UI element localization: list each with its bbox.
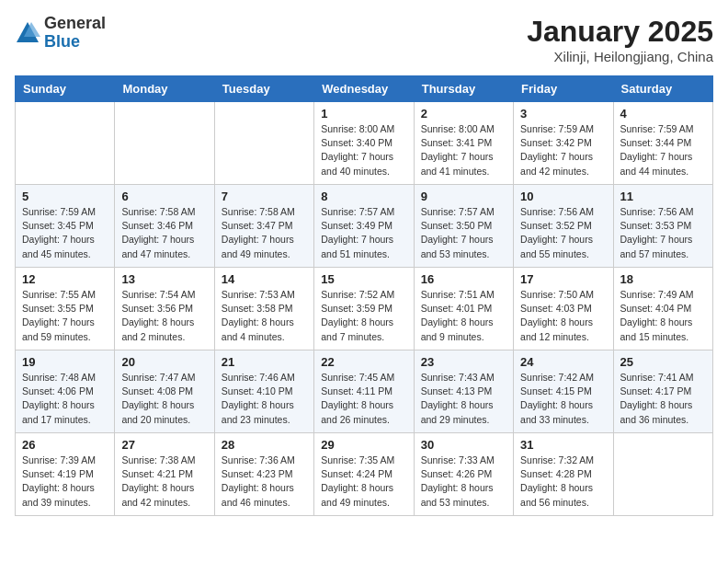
- day-number: 27: [121, 438, 207, 452]
- calendar-week-row: 19Sunrise: 7:48 AM Sunset: 4:06 PM Dayli…: [16, 350, 713, 433]
- column-header-sunday: Sunday: [16, 76, 115, 102]
- calendar-cell: 25Sunrise: 7:41 AM Sunset: 4:17 PM Dayli…: [613, 350, 712, 433]
- calendar-header-row: SundayMondayTuesdayWednesdayThursdayFrid…: [16, 76, 713, 102]
- day-info: Sunrise: 7:42 AM Sunset: 4:15 PM Dayligh…: [520, 371, 606, 427]
- calendar-table: SundayMondayTuesdayWednesdayThursdayFrid…: [15, 75, 713, 516]
- day-info: Sunrise: 7:57 AM Sunset: 3:50 PM Dayligh…: [421, 205, 506, 261]
- day-number: 18: [620, 272, 706, 286]
- day-info: Sunrise: 7:43 AM Sunset: 4:13 PM Dayligh…: [421, 371, 506, 427]
- calendar-cell: [16, 102, 115, 185]
- column-header-monday: Monday: [115, 76, 214, 102]
- column-header-friday: Friday: [514, 76, 613, 102]
- calendar-cell: 27Sunrise: 7:38 AM Sunset: 4:21 PM Dayli…: [115, 433, 214, 516]
- day-info: Sunrise: 7:59 AM Sunset: 3:45 PM Dayligh…: [22, 205, 108, 261]
- day-number: 31: [520, 438, 606, 452]
- day-info: Sunrise: 7:49 AM Sunset: 4:04 PM Dayligh…: [620, 288, 706, 344]
- calendar-cell: 15Sunrise: 7:52 AM Sunset: 3:59 PM Dayli…: [314, 268, 414, 350]
- day-info: Sunrise: 7:54 AM Sunset: 3:56 PM Dayligh…: [121, 288, 207, 344]
- calendar-cell: [115, 102, 214, 185]
- calendar-cell: 13Sunrise: 7:54 AM Sunset: 3:56 PM Dayli…: [115, 268, 214, 350]
- day-number: 13: [121, 272, 207, 286]
- day-number: 29: [321, 438, 406, 452]
- day-info: Sunrise: 7:57 AM Sunset: 3:49 PM Dayligh…: [321, 205, 406, 261]
- calendar-cell: 3Sunrise: 7:59 AM Sunset: 3:42 PM Daylig…: [514, 102, 613, 185]
- calendar-cell: 7Sunrise: 7:58 AM Sunset: 3:47 PM Daylig…: [214, 185, 313, 268]
- day-number: 21: [222, 355, 307, 369]
- day-info: Sunrise: 7:51 AM Sunset: 4:01 PM Dayligh…: [421, 288, 506, 344]
- day-number: 4: [620, 107, 706, 121]
- day-number: 30: [421, 438, 506, 452]
- calendar-cell: 2Sunrise: 8:00 AM Sunset: 3:41 PM Daylig…: [414, 102, 513, 185]
- calendar-cell: 17Sunrise: 7:50 AM Sunset: 4:03 PM Dayli…: [514, 268, 613, 350]
- day-info: Sunrise: 8:00 AM Sunset: 3:40 PM Dayligh…: [321, 122, 406, 178]
- day-info: Sunrise: 7:56 AM Sunset: 3:52 PM Dayligh…: [520, 205, 606, 261]
- calendar-cell: 6Sunrise: 7:58 AM Sunset: 3:46 PM Daylig…: [115, 185, 214, 268]
- day-info: Sunrise: 7:55 AM Sunset: 3:55 PM Dayligh…: [22, 288, 108, 344]
- calendar-cell: 19Sunrise: 7:48 AM Sunset: 4:06 PM Dayli…: [16, 350, 115, 433]
- day-number: 26: [22, 438, 108, 452]
- calendar-cell: 4Sunrise: 7:59 AM Sunset: 3:44 PM Daylig…: [613, 102, 712, 185]
- calendar-cell: 1Sunrise: 8:00 AM Sunset: 3:40 PM Daylig…: [314, 102, 414, 185]
- day-number: 5: [22, 190, 108, 203]
- calendar-cell: 5Sunrise: 7:59 AM Sunset: 3:45 PM Daylig…: [16, 185, 115, 268]
- day-number: 23: [421, 355, 506, 369]
- calendar-cell: 30Sunrise: 7:33 AM Sunset: 4:26 PM Dayli…: [414, 433, 513, 516]
- day-info: Sunrise: 7:38 AM Sunset: 4:21 PM Dayligh…: [121, 454, 207, 510]
- day-number: 25: [620, 355, 706, 369]
- day-info: Sunrise: 7:45 AM Sunset: 4:11 PM Dayligh…: [321, 371, 406, 427]
- calendar-cell: 14Sunrise: 7:53 AM Sunset: 3:58 PM Dayli…: [214, 268, 313, 350]
- day-info: Sunrise: 7:33 AM Sunset: 4:26 PM Dayligh…: [421, 454, 506, 510]
- column-header-wednesday: Wednesday: [314, 76, 414, 102]
- calendar-cell: 22Sunrise: 7:45 AM Sunset: 4:11 PM Dayli…: [314, 350, 414, 433]
- column-header-tuesday: Tuesday: [214, 76, 313, 102]
- calendar-cell: [613, 433, 712, 516]
- day-info: Sunrise: 7:50 AM Sunset: 4:03 PM Dayligh…: [520, 288, 606, 344]
- day-number: 9: [421, 190, 506, 203]
- day-number: 24: [520, 355, 606, 369]
- calendar-cell: 24Sunrise: 7:42 AM Sunset: 4:15 PM Dayli…: [514, 350, 613, 433]
- location-subtitle: Xilinji, Heilongjiang, China: [527, 49, 713, 64]
- day-info: Sunrise: 7:47 AM Sunset: 4:08 PM Dayligh…: [121, 371, 207, 427]
- day-number: 20: [121, 355, 207, 369]
- column-header-saturday: Saturday: [613, 76, 712, 102]
- title-block: January 2025 Xilinji, Heilongjiang, Chin…: [527, 15, 713, 64]
- day-info: Sunrise: 7:58 AM Sunset: 3:47 PM Dayligh…: [222, 205, 307, 261]
- calendar-cell: 20Sunrise: 7:47 AM Sunset: 4:08 PM Dayli…: [115, 350, 214, 433]
- day-number: 2: [421, 107, 506, 121]
- day-info: Sunrise: 7:58 AM Sunset: 3:46 PM Dayligh…: [121, 205, 207, 261]
- day-number: 12: [22, 272, 108, 286]
- calendar-week-row: 26Sunrise: 7:39 AM Sunset: 4:19 PM Dayli…: [16, 433, 713, 516]
- logo-icon: [15, 20, 40, 46]
- day-number: 3: [520, 107, 606, 121]
- day-number: 14: [222, 272, 307, 286]
- column-header-thursday: Thursday: [414, 76, 513, 102]
- logo-general: General: [44, 14, 106, 32]
- day-info: Sunrise: 7:39 AM Sunset: 4:19 PM Dayligh…: [22, 454, 108, 510]
- calendar-week-row: 5Sunrise: 7:59 AM Sunset: 3:45 PM Daylig…: [16, 185, 713, 268]
- calendar-cell: 12Sunrise: 7:55 AM Sunset: 3:55 PM Dayli…: [16, 268, 115, 350]
- month-title: January 2025: [527, 15, 713, 49]
- day-number: 19: [22, 355, 108, 369]
- calendar-cell: 11Sunrise: 7:56 AM Sunset: 3:53 PM Dayli…: [613, 185, 712, 268]
- day-number: 28: [222, 438, 307, 452]
- day-number: 15: [321, 272, 406, 286]
- calendar-cell: 29Sunrise: 7:35 AM Sunset: 4:24 PM Dayli…: [314, 433, 414, 516]
- logo: General Blue: [15, 15, 106, 52]
- calendar-week-row: 1Sunrise: 8:00 AM Sunset: 3:40 PM Daylig…: [16, 102, 713, 185]
- page-header: General Blue January 2025 Xilinji, Heilo…: [15, 15, 713, 64]
- day-number: 8: [321, 190, 406, 203]
- day-number: 10: [520, 190, 606, 203]
- day-number: 11: [620, 190, 706, 203]
- day-number: 17: [520, 272, 606, 286]
- calendar-cell: 9Sunrise: 7:57 AM Sunset: 3:50 PM Daylig…: [414, 185, 513, 268]
- day-number: 6: [121, 190, 207, 203]
- day-info: Sunrise: 7:35 AM Sunset: 4:24 PM Dayligh…: [321, 454, 406, 510]
- day-number: 1: [321, 107, 406, 121]
- calendar-cell: 21Sunrise: 7:46 AM Sunset: 4:10 PM Dayli…: [214, 350, 313, 433]
- logo-blue: Blue: [44, 32, 80, 51]
- calendar-cell: [214, 102, 313, 185]
- calendar-cell: 23Sunrise: 7:43 AM Sunset: 4:13 PM Dayli…: [414, 350, 513, 433]
- day-number: 7: [222, 190, 307, 203]
- calendar-week-row: 12Sunrise: 7:55 AM Sunset: 3:55 PM Dayli…: [16, 268, 713, 350]
- day-info: Sunrise: 7:46 AM Sunset: 4:10 PM Dayligh…: [222, 371, 307, 427]
